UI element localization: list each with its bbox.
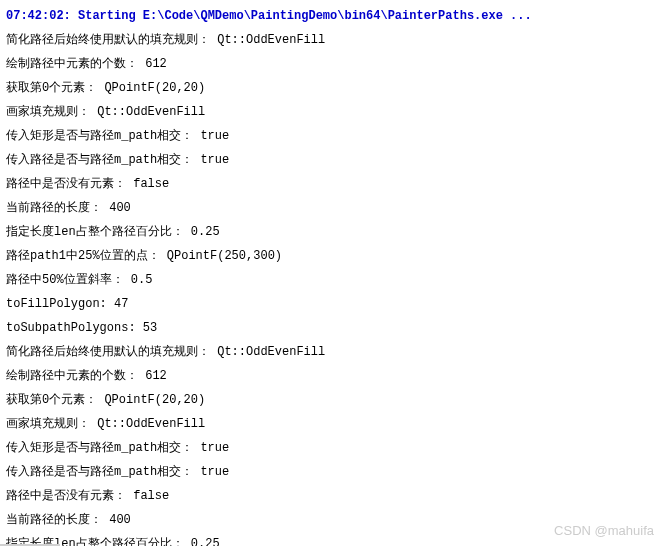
log-line: 路径中50%位置斜率： 0.5 — [6, 268, 660, 292]
log-line: 画家填充规则： Qt::OddEvenFill — [6, 412, 660, 436]
log-line: 传入矩形是否与路径m_path相交： true — [6, 124, 660, 148]
log-line: 绘制路径中元素的个数： 612 — [6, 52, 660, 76]
log-line: 简化路径后始终使用默认的填充规则： Qt::OddEvenFill — [6, 28, 660, 52]
console-header: 07:42:02: Starting E:\Code\QMDemo\Painti… — [6, 4, 660, 28]
log-line: toFillPolygon: 47 — [6, 292, 660, 316]
log-line: toSubpathPolygons: 53 — [6, 316, 660, 340]
log-line: 传入矩形是否与路径m_path相交： true — [6, 436, 660, 460]
log-line: 路径中是否没有元素： false — [6, 484, 660, 508]
log-line: 绘制路径中元素的个数： 612 — [6, 364, 660, 388]
log-line: 路径中是否没有元素： false — [6, 172, 660, 196]
console-output: 07:42:02: Starting E:\Code\QMDemo\Painti… — [0, 0, 666, 546]
log-line: 传入路径是否与路径m_path相交： true — [6, 460, 660, 484]
log-line: 获取第0个元素： QPointF(20,20) — [6, 388, 660, 412]
watermark-text: CSDN @mahuifa — [554, 523, 654, 538]
log-line: 路径path1中25%位置的点： QPointF(250,300) — [6, 244, 660, 268]
log-line: 获取第0个元素： QPointF(20,20) — [6, 76, 660, 100]
log-line: 画家填充规则： Qt::OddEvenFill — [6, 100, 660, 124]
log-line: 简化路径后始终使用默认的填充规则： Qt::OddEvenFill — [6, 340, 660, 364]
log-line: 当前路径的长度： 400 — [6, 196, 660, 220]
log-line: 传入路径是否与路径m_path相交： true — [6, 148, 660, 172]
log-line: 指定长度len占整个路径百分比： 0.25 — [6, 220, 660, 244]
